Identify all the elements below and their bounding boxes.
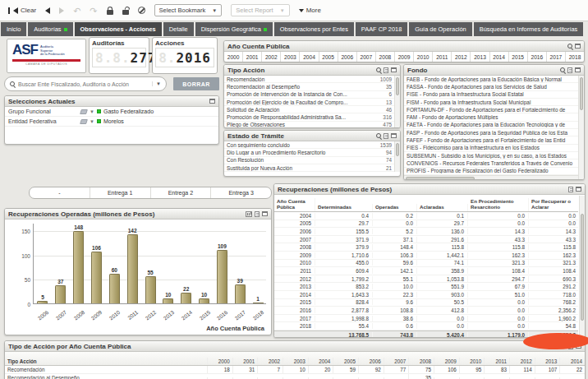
table-row[interactable]: 20162,877.8108.8412.80.02,356.2 xyxy=(274,307,578,315)
bar-2007[interactable] xyxy=(55,285,66,303)
table-row[interactable]: Recomendación al Desempeño35 xyxy=(5,374,585,379)
borrar-button[interactable]: BORRAR xyxy=(173,77,219,90)
scrollbar-thumb[interactable] xyxy=(396,143,399,156)
entrega-option-entrega-3[interactable]: Entrega 3 xyxy=(211,187,271,198)
tab-guia-de-operacion[interactable]: Guía de Operación xyxy=(409,22,471,36)
list-item[interactable]: Dio Lugar a un Procedimiento Resarcitori… xyxy=(224,149,394,156)
year-cell-2016[interactable]: 2016 xyxy=(528,52,547,62)
scrollbar-thumb[interactable] xyxy=(406,177,475,180)
table-row[interactable]: 2006155.55.2136.014.314.3 xyxy=(274,228,578,236)
column-header[interactable]: Determinadas xyxy=(315,204,373,211)
chevron-down-icon[interactable]: ▼ xyxy=(90,119,94,124)
year-column-header[interactable]: 2002 xyxy=(257,358,283,365)
tab-auditorias[interactable]: Auditorías xyxy=(28,22,72,36)
year-cell-2017[interactable]: 2017 xyxy=(547,52,566,62)
restore-icon[interactable] xyxy=(575,44,581,49)
year-cell-2004[interactable]: 2004 xyxy=(300,52,319,62)
year-cell-2014[interactable]: 2014 xyxy=(490,52,509,62)
list-item[interactable]: FISM - Fondo para la Infraestructura Soc… xyxy=(404,99,578,106)
entrega-option-entrega-2[interactable]: Entrega 2 xyxy=(151,187,212,198)
chevron-down-icon[interactable]: ▼ xyxy=(90,109,94,114)
table-row[interactable]: 2008379.9148.4115.8115.8115.8 xyxy=(274,243,578,252)
year-cell-2007[interactable]: 2007 xyxy=(357,52,376,62)
scrollbar[interactable] xyxy=(394,76,400,128)
entrega-option-[interactable]: - xyxy=(30,187,90,198)
restore-icon[interactable] xyxy=(391,133,397,138)
year-cell-2006[interactable]: 2006 xyxy=(338,52,357,62)
list-item[interactable]: Solicitud de Aclaración46 xyxy=(224,106,394,113)
year-column-header[interactable]: 2010 xyxy=(459,358,485,365)
column-header[interactable]: Aclaradas xyxy=(417,204,468,211)
year-column-header[interactable]: 2011 xyxy=(484,358,509,365)
list-item[interactable]: Recomendación al Desempeño35 xyxy=(224,83,394,90)
bar-2013[interactable] xyxy=(163,298,173,303)
bar-2009[interactable] xyxy=(91,252,102,303)
scrollbar-thumb[interactable] xyxy=(581,214,584,321)
bar-2011[interactable] xyxy=(127,234,138,303)
year-column-header[interactable]: 2001 xyxy=(232,358,258,365)
list-item[interactable]: Recomendación1009 xyxy=(224,76,394,83)
year-column-header[interactable]: 2008 xyxy=(408,358,434,365)
search-box[interactable]: ▼ xyxy=(4,76,167,91)
list-item[interactable]: FORTAMUN-DF - Fondo de Aportaciones para… xyxy=(404,106,578,113)
restore-icon[interactable] xyxy=(575,67,581,72)
list-item[interactable]: FAEB - Fondo de Aportaciones para la Edu… xyxy=(404,76,578,83)
column-header[interactable]: Año Cuenta Pública xyxy=(274,198,315,211)
table-row[interactable]: 20091,710.6106.31,442.1162.3162.3 xyxy=(274,252,578,260)
bar-2006[interactable] xyxy=(37,301,48,303)
bar-2014[interactable] xyxy=(181,293,191,303)
list-item[interactable]: SUBSEMUN - Subsidio a los Municipios, y … xyxy=(404,152,578,159)
year-column-header[interactable]: 2014 xyxy=(559,358,585,365)
year-cell-2015[interactable]: 2015 xyxy=(509,52,528,62)
bar-2012[interactable] xyxy=(145,276,156,303)
tab-observaciones-acciones[interactable]: Observaciones - Acciones xyxy=(75,22,162,36)
search-icon[interactable] xyxy=(567,44,572,49)
selection-row[interactable]: Grupo Funcional▼Gasto Federalizado xyxy=(5,107,218,117)
table-row[interactable]: 20171,998.838.60.00.01,960.2 xyxy=(274,315,578,323)
year-column-header[interactable]: 2007 xyxy=(384,358,409,365)
year-column-header[interactable]: 2013 xyxy=(535,358,560,365)
list-item[interactable]: Promoción de Responsabilidad Administrat… xyxy=(224,113,394,121)
year-column-header[interactable]: 2012 xyxy=(509,358,535,365)
table-row[interactable]: 2007371.937.1291.643.343.3 xyxy=(274,236,578,244)
list-item[interactable]: PROFIS - Programa de Fiscalización del G… xyxy=(404,168,578,175)
year-cell-2001[interactable]: 2001 xyxy=(243,52,262,62)
list-item[interactable]: FAFEF - Fondo de Aportaciones para el Fo… xyxy=(404,136,578,144)
list-item[interactable]: Sustituida por Nueva Acción21 xyxy=(224,164,394,172)
search-icon[interactable] xyxy=(560,67,565,72)
search-icon[interactable] xyxy=(376,133,381,138)
table-row[interactable]: 20040.40.20.10.00.0 xyxy=(274,212,578,220)
tab-dispersion-geografica[interactable]: Dispersión Geográfica xyxy=(195,22,273,36)
bar-2015[interactable] xyxy=(199,298,209,303)
send-to-excel-icon[interactable] xyxy=(384,133,388,139)
year-cell-2003[interactable]: 2003 xyxy=(281,52,300,62)
year-column-header[interactable]: 2006 xyxy=(358,358,384,365)
unlock-button[interactable] xyxy=(122,7,129,15)
eraser-icon[interactable] xyxy=(80,109,88,114)
restore-icon[interactable] xyxy=(209,99,215,104)
restore-icon[interactable] xyxy=(391,67,397,72)
list-item[interactable]: Promoción de Intervención de la Instanci… xyxy=(224,91,394,99)
table-row[interactable]: 20121,799.255.11,053.8294.7690.3 xyxy=(274,275,578,284)
year-cell-2013[interactable]: 2013 xyxy=(471,52,489,62)
list-item[interactable]: FASP - Fondo de Aportaciones para la Seg… xyxy=(404,129,578,136)
entrega-option-entrega-1[interactable]: Entrega 1 xyxy=(90,187,151,198)
column-header[interactable]: En Procedimiento Resarcitorio xyxy=(468,198,529,211)
table-row[interactable]: 20141,643.322.3903.051.0718.0 xyxy=(274,291,578,299)
table-row[interactable]: Recomendación183171020599277751069583114… xyxy=(5,366,585,374)
send-to-excel-icon[interactable] xyxy=(568,187,573,192)
year-column-header[interactable]: 2009 xyxy=(434,358,459,365)
column-header[interactable]: Por Recuperar o Aclarar xyxy=(529,198,580,211)
tab-paaf-cp-2018[interactable]: PAAF CP 2018 xyxy=(356,22,407,36)
year-column-header[interactable]: 2003 xyxy=(283,358,308,365)
year-cell-2018[interactable]: 2018 xyxy=(566,52,584,62)
tab-detalle[interactable]: Detalle xyxy=(163,22,194,36)
list-item[interactable]: FISE - Fondo para la Infraestructura Soc… xyxy=(404,91,578,99)
back-button[interactable] xyxy=(45,7,50,14)
year-cell-2002[interactable]: 2002 xyxy=(262,52,281,62)
list-item[interactable]: FAETA - Fondo de Aportaciones para la Ed… xyxy=(404,122,578,129)
year-column-header[interactable]: 2000 xyxy=(207,358,232,365)
tab-busqueda-en-informes-de-auditorias[interactable]: Búsqueda en Informes de Auditorías xyxy=(474,22,584,36)
year-cell-2000[interactable]: 2000 xyxy=(224,52,243,62)
list-item[interactable]: FASSA - Fondo de Aportaciones para los S… xyxy=(404,83,578,90)
